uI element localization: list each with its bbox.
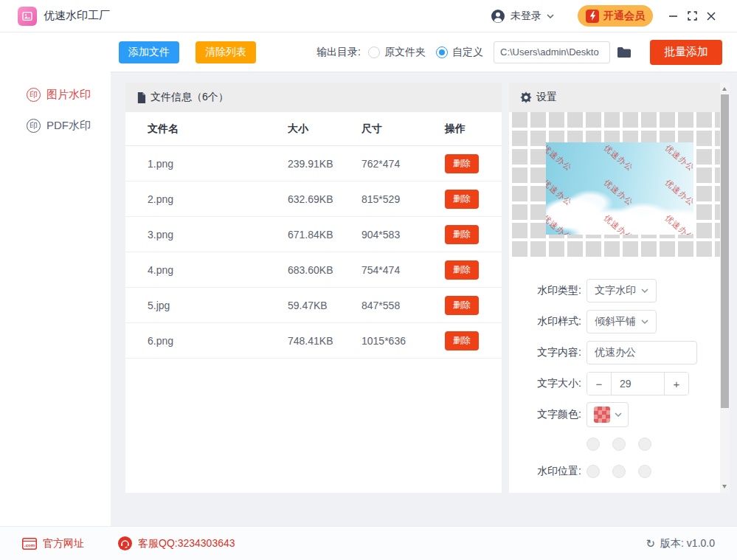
chevron-down-icon xyxy=(547,14,554,18)
file-size: 671.84KB xyxy=(288,229,361,241)
delete-button[interactable]: 删除 xyxy=(445,190,479,209)
position-radio[interactable] xyxy=(587,465,600,478)
sidebar-item-label: PDF水印 xyxy=(46,119,91,133)
batch-add-button[interactable]: 批量添加 xyxy=(650,40,722,65)
delete-button[interactable]: 删除 xyxy=(445,260,479,280)
official-site-label: 官方网址 xyxy=(43,537,84,550)
settings-panel: 设置 优速办公 优速办公 优速办公 优速办公 优速办公 优速办公 优速办公 优速… xyxy=(509,83,730,493)
settings-scrollbar[interactable] xyxy=(720,83,730,493)
user-icon xyxy=(491,9,505,24)
text-color-picker[interactable] xyxy=(587,402,629,427)
workspace: 文件信息（6个） 文件名 大小 尺寸 操作 1.png 239.91KB 762… xyxy=(111,72,737,526)
watermark-text: 优速办公 xyxy=(601,177,635,208)
text-content-input[interactable] xyxy=(587,341,697,364)
col-actions: 操作 xyxy=(445,122,480,136)
watermark-style-select[interactable]: 倾斜平铺 xyxy=(587,310,657,333)
decrease-button[interactable]: − xyxy=(587,373,611,395)
dotcom-icon: .com xyxy=(22,538,37,550)
file-panel-header: 文件信息（6个） xyxy=(125,83,502,112)
file-size: 632.69KB xyxy=(288,193,361,205)
output-dir-label: 输出目录: xyxy=(316,46,361,59)
radio-original-label: 原文件夹 xyxy=(384,46,426,59)
browse-folder-button[interactable] xyxy=(617,46,632,58)
official-site-link[interactable]: .com 官方网址 xyxy=(22,537,84,550)
watermark-type-select[interactable]: 文字水印 xyxy=(587,279,657,303)
scroll-up-icon[interactable] xyxy=(722,87,727,91)
support-qq-link[interactable]: 客服QQ:3234303643 xyxy=(118,536,235,550)
color-swatch xyxy=(594,407,610,423)
vip-upgrade-button[interactable]: 开通会员 xyxy=(578,5,653,27)
clear-list-button[interactable]: 清除列表 xyxy=(196,41,256,63)
file-dimensions: 1015*636 xyxy=(361,335,445,347)
watermark-text: 优速办公 xyxy=(662,142,693,173)
watermark-text: 优速办公 xyxy=(601,142,635,173)
delete-button[interactable]: 删除 xyxy=(445,225,479,244)
add-files-button[interactable]: 添加文件 xyxy=(119,41,179,63)
watermark-style-label: 水印样式: xyxy=(509,315,581,328)
col-filename: 文件名 xyxy=(148,122,288,136)
watermark-type-value: 文字水印 xyxy=(595,284,636,297)
scroll-down-icon[interactable] xyxy=(722,485,727,488)
text-size-stepper: − + xyxy=(587,372,689,395)
table-header: 文件名 大小 尺寸 操作 xyxy=(125,112,502,146)
position-radio[interactable] xyxy=(587,438,600,451)
watermark-type-label: 水印类型: xyxy=(509,284,581,297)
version-label: 版本: v1.0.0 xyxy=(660,537,715,550)
col-dimensions: 尺寸 xyxy=(361,122,445,136)
chevron-down-icon xyxy=(641,288,648,293)
file-size: 748.41KB xyxy=(288,335,361,347)
minimize-button[interactable] xyxy=(663,7,682,26)
stamp-icon: 印 xyxy=(27,119,41,133)
position-radio[interactable] xyxy=(638,465,651,478)
output-path-input[interactable] xyxy=(494,41,610,63)
file-size: 239.91KB xyxy=(288,158,361,170)
watermark-preview-area: 优速办公 优速办公 优速办公 优速办公 优速办公 优速办公 优速办公 优速办公 … xyxy=(509,112,730,260)
radio-custom-folder[interactable]: 自定义 xyxy=(436,46,483,59)
version-info: ↻ 版本: v1.0.0 xyxy=(646,537,716,550)
login-menu[interactable]: 未登录 xyxy=(491,9,554,24)
login-label: 未登录 xyxy=(511,10,541,23)
increase-button[interactable]: + xyxy=(665,373,688,395)
close-button[interactable] xyxy=(702,7,721,26)
radio-checked-icon xyxy=(436,46,448,58)
table-row: 2.png 632.69KB 815*529 删除 xyxy=(125,182,502,217)
text-size-input[interactable] xyxy=(611,373,665,395)
delete-button[interactable]: 删除 xyxy=(445,296,479,315)
refresh-icon[interactable]: ↻ xyxy=(646,537,656,550)
table-row: 1.png 239.91KB 762*474 删除 xyxy=(125,146,502,182)
watermark-text: 优速办公 xyxy=(601,212,635,235)
text-size-label: 文字大小: xyxy=(509,377,581,390)
delete-button[interactable]: 删除 xyxy=(445,331,479,350)
radio-custom-label: 自定义 xyxy=(452,46,483,59)
col-size: 大小 xyxy=(288,122,361,136)
delete-button[interactable]: 删除 xyxy=(445,154,479,173)
svg-text:.com: .com xyxy=(24,543,35,547)
position-radio[interactable] xyxy=(612,438,626,451)
watermark-text: 优速办公 xyxy=(546,212,575,235)
vip-label: 开通会员 xyxy=(603,10,645,23)
stamp-icon: 印 xyxy=(27,88,41,102)
watermark-style-value: 倾斜平铺 xyxy=(595,315,636,328)
table-row: 4.png 683.60KB 754*474 删除 xyxy=(125,252,502,288)
watermark-position-label: 水印位置: xyxy=(509,465,581,478)
sidebar-item-pdf-watermark[interactable]: 印 PDF水印 xyxy=(0,114,111,136)
file-dimensions: 847*558 xyxy=(361,300,445,311)
app-title: 优速水印工厂 xyxy=(44,9,110,23)
maximize-button[interactable] xyxy=(682,7,702,26)
footer: .com 官方网址 客服QQ:3234303643 ↻ 版本: v1.0.0 xyxy=(0,526,737,560)
scrollbar-thumb[interactable] xyxy=(721,94,729,408)
settings-header: 设置 xyxy=(509,83,730,112)
file-size: 59.47KB xyxy=(288,300,361,311)
sidebar-item-image-watermark[interactable]: 印 图片水印 xyxy=(0,83,111,106)
customer-service-icon xyxy=(118,536,132,550)
settings-title: 设置 xyxy=(536,91,557,104)
file-name: 4.png xyxy=(148,264,288,276)
folder-icon xyxy=(617,46,632,58)
watermark-text: 优速办公 xyxy=(662,212,693,235)
position-radio[interactable] xyxy=(612,465,626,478)
radio-original-folder[interactable]: 原文件夹 xyxy=(368,46,426,59)
sidebar-item-label: 图片水印 xyxy=(46,88,91,102)
position-radio[interactable] xyxy=(638,438,651,451)
file-name: 3.png xyxy=(148,229,288,241)
settings-form: 水印类型: 文字水印 水印样式: 倾斜平铺 xyxy=(509,260,730,482)
